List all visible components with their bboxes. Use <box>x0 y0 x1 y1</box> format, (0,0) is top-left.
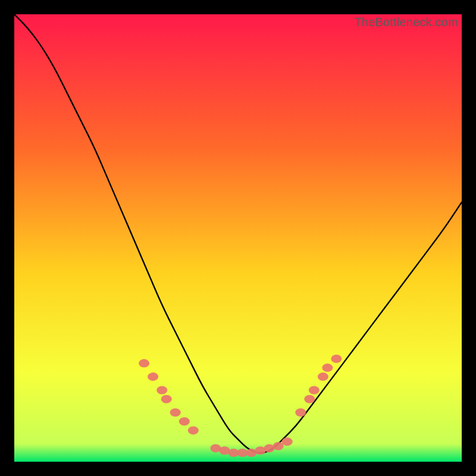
marker-dot <box>309 386 320 394</box>
marker-dot <box>148 372 158 381</box>
bottleneck-chart <box>14 14 462 462</box>
marker-dot <box>331 355 342 363</box>
marker-dot <box>179 417 190 425</box>
marker-dot <box>161 395 172 403</box>
marker-dot <box>156 386 167 394</box>
marker-dot <box>170 408 181 416</box>
marker-dot <box>282 437 293 446</box>
marker-dot <box>273 442 284 450</box>
marker-dot <box>318 372 328 381</box>
marker-dot <box>322 364 333 372</box>
marker-dot <box>188 426 199 434</box>
chart-frame: TheBottleneck.com <box>14 14 462 462</box>
gradient-background <box>14 14 462 462</box>
marker-dot <box>304 395 315 403</box>
marker-dot <box>139 359 149 368</box>
watermark-text: TheBottleneck.com <box>354 15 458 29</box>
marker-dot <box>295 408 306 416</box>
